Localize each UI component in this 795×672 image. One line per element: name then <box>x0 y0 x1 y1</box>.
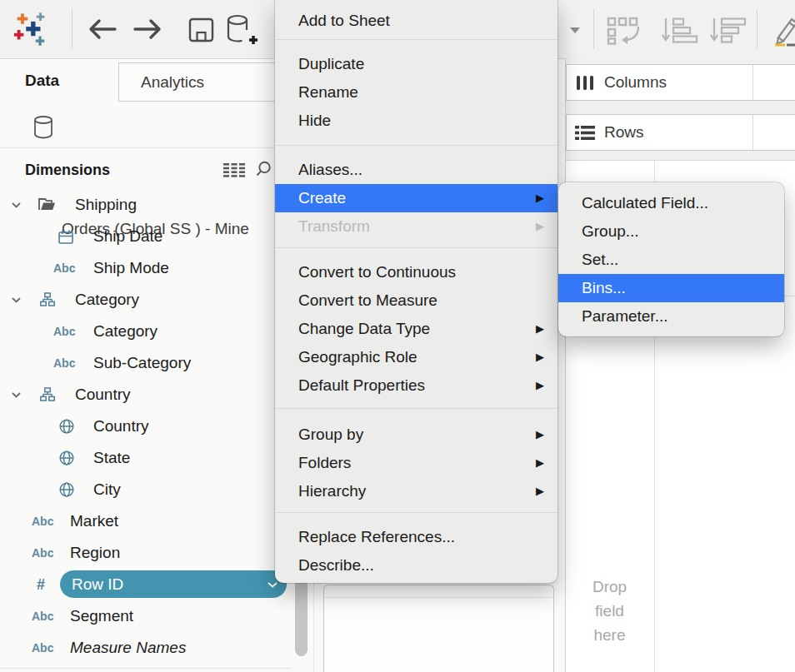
menu-item-duplicate[interactable]: Duplicate <box>275 50 558 78</box>
tab-data[interactable]: Data <box>25 59 59 102</box>
submenu-item-group[interactable]: Group... <box>558 217 784 246</box>
field-label: Sub-Category <box>93 347 191 379</box>
abc-string-icon: Abc <box>53 316 75 347</box>
menu-item-geographic-role[interactable]: Geographic Role ▶ <box>275 343 558 371</box>
submenu-item-bins-highlighted[interactable]: Bins... <box>558 274 784 302</box>
create-submenu: Calculated Field... Group... Set... Bins… <box>558 182 784 336</box>
redo-forward-arrow-icon[interactable] <box>132 17 163 41</box>
field-label: Row ID <box>72 570 123 598</box>
expand-chevron-icon[interactable] <box>12 202 21 208</box>
menu-item-change-data-type[interactable]: Change Data Type ▶ <box>275 315 558 343</box>
field-row-ship-mode[interactable]: Abc Ship Mode <box>0 252 292 284</box>
menu-item-folders[interactable]: Folders ▶ <box>275 449 558 477</box>
menu-item-group-by[interactable]: Group by ▶ <box>275 421 558 449</box>
field-row-market[interactable]: Abc Market <box>0 505 292 537</box>
rows-shelf-label: Rows <box>604 115 644 150</box>
field-row-category-hierarchy[interactable]: Category <box>0 284 292 316</box>
menu-item-label: Default Properties <box>298 376 425 394</box>
globe-icon <box>59 419 74 434</box>
toolbar-divider <box>757 9 758 49</box>
folder-open-icon <box>38 197 56 212</box>
menu-item-convert-to-continuous[interactable]: Convert to Continuous <box>275 258 558 286</box>
undo-back-arrow-icon[interactable] <box>87 17 118 41</box>
field-row-category[interactable]: Abc Category <box>0 316 292 347</box>
submenu-arrow-icon: ▶ <box>536 184 544 212</box>
add-data-icon[interactable] <box>225 13 258 48</box>
menu-item-default-properties[interactable]: Default Properties ▶ <box>275 371 558 400</box>
sort-ascending-icon[interactable] <box>662 17 698 43</box>
field-row-sub-category[interactable]: Abc Sub-Category <box>0 347 292 379</box>
search-icon[interactable] <box>255 161 272 177</box>
abc-string-icon: Abc <box>53 252 75 284</box>
field-label: Category <box>93 316 158 347</box>
menu-item-create-highlighted[interactable]: Create ▶ <box>275 184 558 212</box>
swap-rows-columns-icon[interactable] <box>607 17 645 45</box>
field-row-ship-date[interactable]: Ship Date <box>0 221 292 252</box>
submenu-item-parameter[interactable]: Parameter... <box>558 302 784 331</box>
row-id-selected-pill[interactable]: Row ID <box>60 570 287 598</box>
rows-shelf[interactable]: Rows <box>566 114 795 151</box>
hierarchy-icon <box>40 292 55 307</box>
globe-icon <box>59 482 74 497</box>
submenu-item-set[interactable]: Set... <box>558 246 784 274</box>
field-label: Measure Names <box>70 632 186 664</box>
abc-string-icon: Abc <box>32 632 53 664</box>
tableau-window: Data Analytics Orders (Global SS ) - Min… <box>0 0 795 672</box>
field-row-segment[interactable]: Abc Segment <box>0 600 292 632</box>
field-row-region[interactable]: Abc Region <box>0 537 292 569</box>
toolbar-dropdown-caret-icon[interactable] <box>570 27 580 33</box>
field-label: Market <box>70 505 118 537</box>
drop-field-zone[interactable]: Drop field here <box>565 533 654 672</box>
field-label: Shipping <box>75 189 137 221</box>
field-row-country[interactable]: Country <box>0 411 292 442</box>
menu-item-aliases[interactable]: Aliases... <box>275 156 558 184</box>
menu-item-hide[interactable]: Hide <box>275 107 558 135</box>
submenu-arrow-icon: ▶ <box>536 477 544 505</box>
sort-descending-icon[interactable] <box>710 17 747 43</box>
abc-string-icon: Abc <box>32 537 53 569</box>
field-label: Region <box>70 537 120 569</box>
shelf-cell-divider <box>752 65 753 100</box>
submenu-item-calculated-field[interactable]: Calculated Field... <box>558 189 784 217</box>
pill-dropdown-chevron-icon[interactable] <box>268 582 278 588</box>
side-card <box>323 585 554 672</box>
menu-item-add-to-sheet[interactable]: Add to Sheet <box>275 2 558 39</box>
expand-chevron-icon[interactable] <box>12 392 21 398</box>
shelf-cell-divider <box>752 115 753 150</box>
tableau-logo-icon[interactable] <box>12 10 50 48</box>
menu-item-rename[interactable]: Rename <box>275 78 558 107</box>
menu-item-convert-to-measure[interactable]: Convert to Measure <box>275 286 558 315</box>
datasource-row[interactable]: Orders (Global SS ) - Mine <box>0 102 313 148</box>
field-label: Ship Date <box>93 221 162 252</box>
menu-item-label: Hierarchy <box>298 482 366 500</box>
save-icon[interactable] <box>188 17 215 42</box>
field-row-shipping[interactable]: Shipping <box>0 189 292 221</box>
field-row-state[interactable]: State <box>0 442 292 474</box>
field-label: City <box>93 474 121 505</box>
drop-field-hint: Drop field here <box>584 575 636 647</box>
dimensions-title: Dimensions <box>25 162 110 179</box>
submenu-arrow-icon: ▶ <box>536 421 544 449</box>
data-pane-scrollbar[interactable] <box>295 573 308 656</box>
field-label: Country <box>93 411 149 442</box>
menu-item-label: Create <box>298 189 346 207</box>
menu-item-replace-references[interactable]: Replace References... <box>275 523 558 551</box>
field-row-measure-names[interactable]: Abc Measure Names <box>0 632 292 664</box>
submenu-arrow-icon: ▶ <box>536 449 544 477</box>
submenu-arrow-icon: ▶ <box>536 212 544 241</box>
columns-shelf[interactable]: Columns <box>566 64 795 101</box>
menu-item-hierarchy[interactable]: Hierarchy ▶ <box>275 477 558 505</box>
field-row-city[interactable]: City <box>0 474 292 505</box>
field-label: Country <box>75 379 131 411</box>
toolbar-divider <box>72 9 72 49</box>
menu-item-label: Transform <box>298 217 370 235</box>
highlight-pen-icon[interactable] <box>768 12 795 48</box>
menu-item-describe[interactable]: Describe... <box>275 551 558 580</box>
rows-icon <box>575 126 595 140</box>
field-row-row-id-selected[interactable]: # Row ID <box>0 569 292 600</box>
globe-icon <box>59 450 74 465</box>
field-row-country-hierarchy[interactable]: Country <box>0 379 292 411</box>
field-context-menu: Add to Sheet Duplicate Rename Hide Alias… <box>275 0 558 583</box>
view-data-grid-icon[interactable] <box>223 163 246 177</box>
expand-chevron-icon[interactable] <box>12 297 21 303</box>
